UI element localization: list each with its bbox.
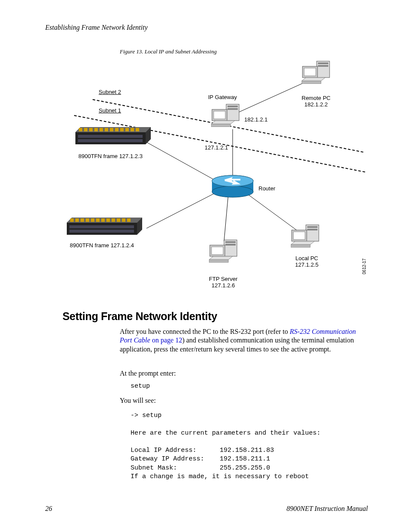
remote-pc-label: Remote PC 182.1.2.2 (302, 95, 330, 108)
ftp-server-label: FTP Server 127.1.2.6 (209, 276, 237, 289)
running-header: Establishing Frame Network Identity (45, 24, 148, 31)
frame2-label: 8900TFN frame 127.1.2.4 (70, 242, 134, 249)
svg-rect-64 (209, 260, 228, 262)
svg-rect-28 (84, 128, 87, 131)
svg-marker-63 (209, 256, 233, 260)
svg-marker-22 (302, 78, 325, 81)
svg-point-9 (212, 175, 253, 187)
svg-rect-32 (105, 128, 108, 131)
svg-rect-19 (318, 65, 328, 67)
svg-rect-33 (110, 128, 113, 131)
manual-title: 8900NET Instruction Manual (286, 505, 368, 513)
svg-rect-35 (120, 128, 124, 131)
gateway-pc-icon (211, 103, 241, 129)
svg-rect-36 (125, 128, 129, 131)
ftp-server-icon (209, 239, 239, 265)
svg-rect-29 (89, 128, 93, 131)
router-icon (211, 174, 254, 200)
svg-rect-55 (127, 218, 131, 222)
svg-rect-66 (307, 226, 318, 228)
svg-rect-56 (69, 225, 134, 228)
svg-rect-40 (78, 139, 143, 142)
svg-rect-37 (131, 128, 134, 131)
gateway-upper-ip: 182.1.2.1 (244, 116, 268, 123)
svg-rect-52 (112, 218, 115, 222)
figure-caption: Figure 13. Local IP and Subnet Addressin… (120, 48, 217, 55)
svg-rect-38 (136, 128, 139, 131)
svg-rect-67 (307, 229, 318, 230)
svg-point-8 (212, 186, 253, 197)
router-label: Router (258, 185, 275, 192)
svg-rect-46 (81, 218, 84, 222)
svg-rect-43 (67, 223, 137, 235)
svg-marker-70 (291, 241, 314, 245)
local-pc-label: Local PC 127.1.2.5 (295, 255, 318, 268)
svg-rect-60 (225, 244, 236, 246)
svg-rect-30 (94, 128, 98, 131)
svg-rect-18 (318, 62, 328, 64)
gateway-label: IP Gateway (208, 94, 237, 100)
svg-rect-21 (304, 68, 316, 76)
svg-rect-54 (122, 218, 125, 222)
rs232-link-page[interactable]: on page 12 (150, 336, 182, 344)
remote-pc-icon (302, 60, 332, 86)
svg-rect-27 (79, 128, 82, 131)
section-heading: Setting Frame Network Identity (62, 310, 217, 323)
svg-rect-50 (101, 218, 105, 222)
svg-rect-44 (70, 218, 74, 222)
svg-rect-16 (211, 124, 230, 127)
see-label: You will see: (120, 396, 370, 405)
svg-rect-59 (225, 241, 236, 243)
paragraph-1: After you have connected the PC to the R… (120, 327, 370, 354)
svg-rect-62 (212, 247, 223, 255)
prompt-label: At the prompt enter: (120, 369, 370, 378)
svg-rect-23 (302, 81, 321, 84)
svg-marker-15 (211, 121, 235, 124)
terminal-output: -> setup Here are the current parameters… (131, 411, 321, 481)
svg-rect-53 (117, 218, 120, 222)
subnet1-label: Subnet 1 (99, 107, 121, 114)
svg-rect-47 (86, 218, 89, 222)
svg-rect-34 (115, 128, 118, 131)
svg-rect-49 (96, 218, 100, 222)
svg-rect-51 (106, 218, 110, 222)
network-diagram: Router IP Gateway 182.1.2.1 127.1.2.1 Re… (52, 56, 379, 297)
svg-rect-11 (227, 106, 238, 107)
page-number: 26 (45, 505, 52, 513)
svg-rect-12 (227, 108, 238, 110)
prompt-command: setup (131, 382, 150, 391)
svg-rect-57 (69, 230, 134, 233)
svg-rect-26 (75, 132, 146, 144)
svg-line-5 (239, 82, 306, 112)
gateway-lower-ip: 127.1.2.1 (205, 144, 228, 151)
frame2-icon (67, 218, 142, 236)
para1-pre: After you have connected the PC to the R… (120, 328, 290, 335)
svg-rect-45 (75, 218, 79, 222)
subnet2-label: Subnet 2 (99, 89, 121, 95)
figure-id: 0612-17 (362, 258, 367, 274)
svg-rect-69 (293, 232, 305, 240)
svg-rect-39 (78, 135, 143, 138)
frame1-icon (75, 127, 151, 145)
svg-rect-14 (214, 111, 225, 119)
svg-rect-48 (91, 218, 94, 222)
frame1-label: 8900TFN frame 127.1.2.3 (78, 153, 143, 159)
svg-line-1 (146, 190, 222, 228)
svg-rect-71 (291, 245, 310, 247)
local-pc-icon (291, 224, 321, 250)
svg-line-3 (224, 194, 228, 241)
svg-rect-31 (100, 128, 103, 131)
